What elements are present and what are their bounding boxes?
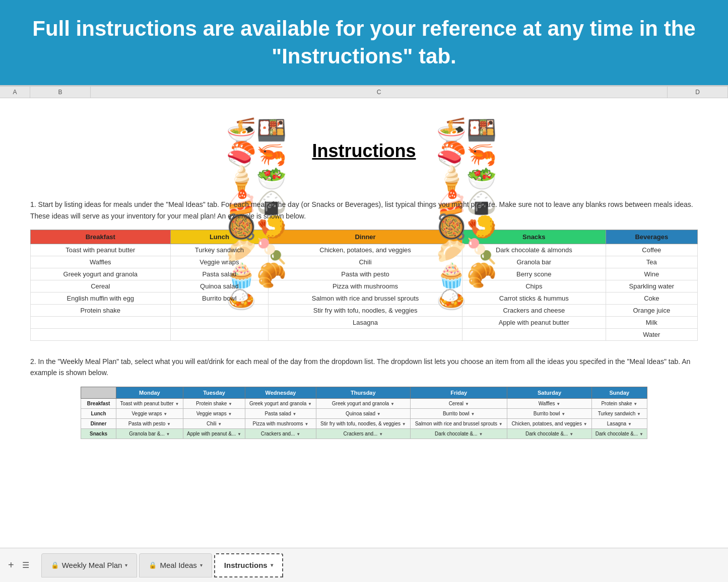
th-saturday: Saturday bbox=[507, 387, 591, 398]
instructions-header-section: 🍜🍱🍣🦐🍦🥗🍰🍙🥘🍤🥟🍡🧁🥐🍛 Instructions 🍜🍱🍣🦐🍦🥗🍰🍙🥘🍤🥟… bbox=[30, 118, 698, 184]
spreadsheet-area: A B C D 🍜🍱🍣🦐🍦🥗🍰🍙🥘🍤🥟🍡🧁🥐🍛 Instructions 🍜🍱🍣… bbox=[0, 85, 728, 454]
th-empty bbox=[81, 387, 116, 398]
table-row: Protein shake Stir fry with tofu, noodle… bbox=[31, 304, 698, 316]
tab-label-meal-ideas: Meal Ideas bbox=[160, 561, 196, 569]
table-row: Snacks Granola bar &... ▼ Apple with pea… bbox=[81, 428, 647, 439]
instruction-2-text: 2. In the "Weekly Meal Plan" tab, select… bbox=[30, 356, 698, 379]
instruction-1-text: 1. Start by listing ideas for meals unde… bbox=[30, 199, 698, 222]
tab-instructions[interactable]: Instructions ▾ bbox=[214, 553, 283, 577]
row-label-lunch: Lunch bbox=[81, 408, 116, 418]
table-row: Waffles Veggie wraps Chili Granola bar T… bbox=[31, 256, 698, 268]
tab-bar-controls: + ☰ bbox=[8, 559, 29, 571]
sheets-menu-button[interactable]: ☰ bbox=[22, 560, 29, 570]
row-label-snacks: Snacks bbox=[81, 428, 116, 439]
table-row: Toast with peanut butter Turkey sandwich… bbox=[31, 244, 698, 256]
row-label-dinner: Dinner bbox=[81, 418, 116, 428]
th-wednesday: Wednesday bbox=[245, 387, 316, 398]
table-row: Greek yogurt and granola Pasta salad Pas… bbox=[31, 268, 698, 280]
add-sheet-button[interactable]: + bbox=[8, 559, 14, 571]
tab-label-instructions: Instructions bbox=[224, 561, 268, 569]
col-header-c: C bbox=[91, 87, 668, 98]
th-friday: Friday bbox=[411, 387, 507, 398]
left-food-decoration: 🍜🍱🍣🦐🍦🥗🍰🍙🥘🍤🥟🍡🧁🥐🍛 bbox=[226, 118, 292, 184]
tab-weekly-meal-plan[interactable]: 🔒 Weekly Meal Plan ▾ bbox=[41, 553, 138, 577]
tab-label-weekly: Weekly Meal Plan bbox=[62, 561, 122, 569]
table-row: Water bbox=[31, 328, 698, 340]
column-headers: A B C D bbox=[0, 87, 728, 98]
col-header-d: D bbox=[668, 87, 728, 98]
instructions-page-title: Instructions bbox=[312, 140, 416, 162]
table-row: English muffin with egg Burrito bowl Sal… bbox=[31, 292, 698, 304]
banner-text: Full instructions are available for your… bbox=[32, 17, 695, 68]
weekly-plan-example: Monday Tuesday Wednesday Thursday Friday… bbox=[30, 387, 698, 439]
spreadsheet-content: 🍜🍱🍣🦐🍦🥗🍰🍙🥘🍤🥟🍡🧁🥐🍛 Instructions 🍜🍱🍣🦐🍦🥗🍰🍙🥘🍤🥟… bbox=[0, 98, 728, 454]
col-header-a: A bbox=[0, 87, 30, 98]
th-thursday: Thursday bbox=[316, 387, 411, 398]
lock-icon: 🔒 bbox=[51, 561, 59, 569]
lock-icon: 🔒 bbox=[149, 561, 157, 569]
th-breakfast: Breakfast bbox=[31, 230, 171, 244]
right-food-decoration: 🍜🍱🍣🦐🍦🥗🍰🍙🥘🍤🥟🍡🧁🥐🍛 bbox=[436, 118, 502, 184]
table-row: Lunch Veggie wraps ▼ Veggie wraps ▼ Past… bbox=[81, 408, 647, 418]
chevron-down-icon: ▾ bbox=[125, 562, 127, 568]
weekly-plan-table: Monday Tuesday Wednesday Thursday Friday… bbox=[81, 387, 647, 439]
chevron-down-icon: ▾ bbox=[200, 562, 203, 568]
tab-meal-ideas[interactable]: 🔒 Meal Ideas ▾ bbox=[139, 553, 212, 577]
header-banner: Full instructions are available for your… bbox=[0, 0, 728, 85]
meal-ideas-table: Breakfast Lunch Dinner Snacks Beverages … bbox=[30, 230, 698, 341]
row-label-breakfast: Breakfast bbox=[81, 398, 116, 408]
th-beverages: Beverages bbox=[606, 230, 697, 244]
th-sunday: Sunday bbox=[591, 387, 647, 398]
tab-bar: + ☰ 🔒 Weekly Meal Plan ▾ 🔒 Meal Ideas ▾ … bbox=[0, 548, 728, 582]
th-tuesday: Tuesday bbox=[183, 387, 245, 398]
table-row: Breakfast Toast with peanut butter ▼ Pro… bbox=[81, 398, 647, 408]
th-dinner: Dinner bbox=[269, 230, 462, 244]
th-monday: Monday bbox=[116, 387, 183, 398]
table-row: Cereal Quinoa salad Pizza with mushrooms… bbox=[31, 280, 698, 292]
table-row: Dinner Pasta with pesto ▼ Chili ▼ Pizza … bbox=[81, 418, 647, 428]
col-header-b: B bbox=[30, 87, 91, 98]
table-row: Lasagna Apple with peanut butter Milk bbox=[31, 316, 698, 328]
chevron-down-icon: ▾ bbox=[271, 562, 273, 568]
